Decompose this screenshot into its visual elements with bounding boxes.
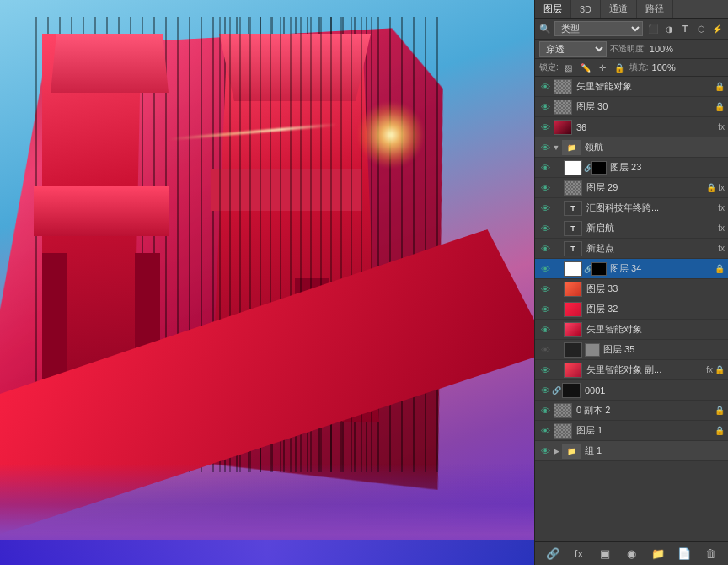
lock-icons: ▨ ✏️ ✛ 🔒 <box>562 61 626 74</box>
visibility-icon[interactable]: 👁 <box>538 262 552 276</box>
layer-name: 组 1 <box>582 444 725 457</box>
blend-opacity-row: 穿透 不透明度: 100% <box>535 40 728 59</box>
layer-name: 36 <box>574 122 716 132</box>
layer-thumbnail <box>554 403 572 418</box>
visibility-icon[interactable]: 👁 <box>538 323 552 336</box>
visibility-icon[interactable]: 👁 <box>538 80 552 94</box>
tab-paths[interactable]: 路径 <box>637 0 673 18</box>
visibility-icon[interactable]: 👁 <box>538 444 552 458</box>
visibility-icon[interactable]: 👁 <box>538 100 552 114</box>
visibility-icon[interactable]: 👁 <box>538 384 552 397</box>
layer-thumbnail <box>554 120 572 135</box>
mask-thumbnail <box>592 262 607 276</box>
visibility-icon[interactable]: 👁 <box>538 343 552 357</box>
visibility-icon[interactable]: 👁 <box>538 424 552 438</box>
link-layers-button[interactable]: 🔗 <box>544 546 561 562</box>
layer-thumbnail <box>554 100 572 115</box>
visibility-icon[interactable]: 👁 <box>538 242 552 256</box>
layer-item-selected[interactable]: 👁 🔗 图层 34 🔒 <box>535 259 728 279</box>
delete-layer-button[interactable]: 🗑 <box>702 546 719 562</box>
add-fx-button[interactable]: fx <box>570 546 587 562</box>
fill-label: 填充: <box>629 62 649 73</box>
layer-thumbnail <box>554 79 572 94</box>
layer-item[interactable]: 👁 图层 35 <box>535 340 728 360</box>
visibility-icon[interactable]: 👁 <box>538 141 552 154</box>
smart-filter-icon[interactable]: ⚡ <box>710 22 724 35</box>
panel-bottom-toolbar: 🔗 fx ▣ ◉ 📁 📄 🗑 <box>535 541 728 565</box>
layer-item[interactable]: 👁 矢里智能对象 🔒 <box>535 77 728 97</box>
type-filter-icon[interactable]: T <box>678 22 692 35</box>
lock-transparent-icon[interactable]: ▨ <box>562 61 575 74</box>
layer-name: 图层 1 <box>574 424 713 437</box>
blend-mode-select[interactable]: 穿透 <box>539 41 607 56</box>
visibility-icon[interactable]: 👁 <box>538 303 552 316</box>
lock-pixels-icon[interactable]: ✏️ <box>579 61 592 74</box>
layer-name: 图层 35 <box>601 343 725 356</box>
new-layer-button[interactable]: 📄 <box>676 546 693 562</box>
group-layer-item[interactable]: 👁 ▶ 📁 组 1 <box>535 441 728 461</box>
filter-select[interactable]: 类型 <box>554 21 643 36</box>
layer-name: 矢里智能对象 <box>574 80 713 93</box>
filter-toolbar: 🔍 类型 ⬛ ◑ T ⬡ ⚡ <box>535 19 728 40</box>
pixel-filter-icon[interactable]: ⬛ <box>646 22 660 35</box>
chain-icon: 🔗 <box>584 265 591 273</box>
fx-icon: fx <box>718 244 725 253</box>
layer-name: 矢里智能对象 副... <box>584 363 704 376</box>
adjust-filter-icon[interactable]: ◑ <box>662 22 676 35</box>
layer-item[interactable]: 👁 36 fx <box>535 117 728 137</box>
opacity-value: 100% <box>650 44 679 54</box>
visibility-icon[interactable]: 👁 <box>538 363 552 377</box>
layer-item[interactable]: 👁 图层 1 🔒 <box>535 421 728 441</box>
layer-thumbnail <box>564 261 582 277</box>
chain-icon: 🔗 <box>552 384 560 397</box>
layer-thumbnail <box>564 282 582 297</box>
layer-item[interactable]: 👁 T 汇图科技年终跨... fx <box>535 198 728 218</box>
visibility-icon[interactable]: 👁 <box>538 202 552 215</box>
lock-position-icon[interactable]: ✛ <box>596 61 609 74</box>
lock-icon: 🔒 <box>715 426 725 435</box>
visibility-icon[interactable]: 👁 <box>538 222 552 235</box>
tab-layers[interactable]: 图层 <box>535 0 571 18</box>
tab-3d[interactable]: 3D <box>571 0 601 18</box>
layer-item[interactable]: 👁 🔗 0001 <box>535 380 728 401</box>
visibility-icon[interactable]: 👁 <box>538 121 552 134</box>
layer-item[interactable]: 👁 图层 29 🔒 fx <box>535 178 728 198</box>
group-expand-arrow[interactable]: ▶ <box>552 444 560 458</box>
lock-icon: 🔒 <box>715 365 725 374</box>
lock-all-icon[interactable]: 🔒 <box>613 61 626 74</box>
layer-name: 新起点 <box>584 242 716 255</box>
layer-item[interactable]: 👁 矢里智能对象 副... fx 🔒 <box>535 360 728 380</box>
layer-item[interactable]: 👁 图层 32 <box>535 299 728 320</box>
layer-thumbnail: T <box>564 241 582 256</box>
layers-list[interactable]: 👁 矢里智能对象 🔒 👁 图层 30 🔒 👁 36 fx 👁 ▼ 📁 领 <box>535 77 728 541</box>
shape-filter-icon[interactable]: ⬡ <box>694 22 708 35</box>
group-expand-arrow[interactable]: ▼ <box>552 141 560 154</box>
group-layer-item[interactable]: 👁 ▼ 📁 领航 <box>535 137 728 158</box>
layer-item[interactable]: 👁 矢里智能对象 <box>535 320 728 340</box>
tab-channels[interactable]: 通道 <box>601 0 637 18</box>
visibility-icon[interactable]: 👁 <box>538 404 552 417</box>
visibility-icon[interactable]: 👁 <box>538 181 552 195</box>
visibility-icon[interactable]: 👁 <box>538 282 552 296</box>
new-group-button[interactable]: 📁 <box>650 546 666 562</box>
add-mask-button[interactable]: ▣ <box>597 546 613 562</box>
lock-label: 锁定: <box>539 62 559 73</box>
layer-item[interactable]: 👁 🔗 图层 23 <box>535 158 728 178</box>
mask-thumbnail <box>592 161 607 175</box>
layer-thumbnail <box>564 302 582 317</box>
layer-name: 矢里智能对象 <box>584 323 725 336</box>
visibility-icon[interactable]: 👁 <box>538 161 552 175</box>
layer-thumbnail <box>564 363 582 378</box>
layer-thumbnail: 📁 <box>562 444 581 459</box>
new-fill-button[interactable]: ◉ <box>623 546 640 562</box>
layer-item[interactable]: 👁 图层 30 🔒 <box>535 97 728 117</box>
layer-name: 图层 33 <box>584 282 725 295</box>
layer-thumbnail <box>562 383 581 398</box>
layer-item[interactable]: 👁 T 新起点 fx <box>535 239 728 259</box>
fx-icon: fx <box>718 122 725 132</box>
opacity-label: 不透明度: <box>610 43 646 55</box>
layer-name: 0 副本 2 <box>574 404 713 417</box>
layer-item[interactable]: 👁 0 副本 2 🔒 <box>535 401 728 421</box>
layer-item[interactable]: 👁 图层 33 <box>535 279 728 299</box>
layer-item[interactable]: 👁 T 新启航 fx <box>535 218 728 239</box>
